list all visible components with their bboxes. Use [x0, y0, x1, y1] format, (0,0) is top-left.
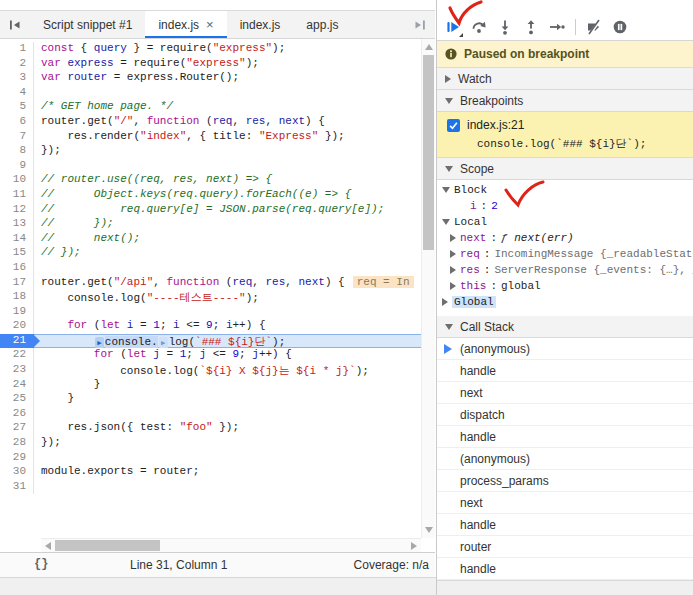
breakpoint-entry[interactable]: index.js:21 console.log(`### ${i}단`);	[437, 112, 693, 158]
line-number[interactable]: 26	[0, 407, 34, 422]
code-line-1[interactable]: 1const { query } = require("express");	[0, 42, 435, 57]
section-call-stack[interactable]: Call Stack	[437, 316, 693, 338]
inline-step-marker[interactable]: ▶	[95, 337, 104, 349]
code-line-22[interactable]: 22 for (let j = 1; j <= 9; j++) {	[0, 348, 435, 363]
resume-button[interactable]	[440, 15, 466, 39]
call-stack-frame-1[interactable]: handle	[437, 360, 693, 382]
line-number[interactable]: 15	[0, 246, 34, 261]
line-number[interactable]: 13	[0, 217, 34, 232]
call-stack-frame-6[interactable]: process_params	[437, 470, 693, 492]
scope-row-this[interactable]: this: global	[437, 278, 693, 294]
line-number[interactable]: 12	[0, 203, 34, 218]
scope-row-res[interactable]: res: ServerResponse {_events: {…}, _	[437, 262, 693, 278]
code-line-11[interactable]: 11// Object.keys(req.query).forEach((e) …	[0, 188, 435, 203]
call-stack-frame-2[interactable]: next	[437, 382, 693, 404]
code-line-13[interactable]: 13// });	[0, 217, 435, 232]
breakpoint-checkbox[interactable]	[447, 119, 460, 132]
scroll-up-arrow-icon[interactable]	[425, 44, 433, 50]
code-line-25[interactable]: 25 }	[0, 392, 435, 407]
chevron-down-icon[interactable]	[442, 219, 450, 225]
line-number[interactable]: 19	[0, 305, 34, 320]
step-out-button[interactable]	[518, 15, 544, 39]
line-number[interactable]: 28	[0, 436, 34, 451]
code-line-3[interactable]: 3var router = express.Router();	[0, 71, 435, 86]
scope-row-Global[interactable]: Global	[437, 294, 693, 310]
line-number[interactable]: 6	[0, 115, 34, 130]
line-number[interactable]: 11	[0, 188, 34, 203]
line-number[interactable]: 9	[0, 159, 34, 174]
line-number[interactable]: 24	[0, 378, 34, 393]
code-line-2[interactable]: 2var express = require("express");	[0, 57, 435, 72]
code-line-12[interactable]: 12// req.query[e] = JSON.parse(req.query…	[0, 203, 435, 218]
line-number[interactable]: 21	[0, 334, 34, 349]
line-number[interactable]: 30	[0, 465, 34, 480]
horizontal-scrollbar[interactable]	[41, 538, 421, 552]
line-number[interactable]: 27	[0, 421, 34, 436]
line-number[interactable]: 8	[0, 144, 34, 159]
code-line-27[interactable]: 27 res.json({ test: "foo" });	[0, 421, 435, 436]
tab-app-js-3[interactable]: app.js	[293, 11, 351, 38]
line-number[interactable]: 14	[0, 232, 34, 247]
code-line-23[interactable]: 23 console.log(`${i} X ${j}는 ${i * j}`);	[0, 363, 435, 378]
call-stack-frame-10[interactable]: handle	[437, 558, 693, 580]
chevron-right-icon[interactable]	[450, 234, 456, 242]
chevron-right-icon[interactable]	[442, 298, 448, 306]
line-number[interactable]: 29	[0, 451, 34, 466]
code-line-16[interactable]: 16	[0, 261, 435, 276]
call-stack-frame-7[interactable]: next	[437, 492, 693, 514]
code-line-9[interactable]: 9	[0, 159, 435, 174]
code-line-18[interactable]: 18 console.log("----테스트----");	[0, 290, 435, 305]
pause-on-exceptions-button[interactable]	[607, 15, 633, 39]
line-number[interactable]: 7	[0, 130, 34, 145]
step-button[interactable]	[544, 15, 570, 39]
code-line-19[interactable]: 19	[0, 305, 435, 320]
call-stack-frame-3[interactable]: dispatch	[437, 404, 693, 426]
code-line-10[interactable]: 10// router.use((req, res, next) => {	[0, 173, 435, 188]
line-number[interactable]: 5	[0, 100, 34, 115]
code-line-24[interactable]: 24 }	[0, 378, 435, 393]
code-line-31[interactable]: 31	[0, 480, 435, 495]
line-number[interactable]: 23	[0, 363, 34, 378]
call-stack-frame-5[interactable]: (anonymous)	[437, 448, 693, 470]
line-number[interactable]: 22	[0, 348, 34, 363]
call-stack-frame-8[interactable]: handle	[437, 514, 693, 536]
code-line-5[interactable]: 5/* GET home page. */	[0, 100, 435, 115]
chevron-right-icon[interactable]	[450, 250, 456, 258]
vertical-scrollbar[interactable]	[421, 39, 435, 538]
scope-row-Local[interactable]: Local	[437, 214, 693, 230]
line-number[interactable]: 31	[0, 480, 34, 495]
scroll-left-arrow-icon[interactable]	[45, 542, 51, 550]
section-scope[interactable]: Scope	[437, 158, 693, 180]
vertical-scroll-thumb[interactable]	[423, 55, 434, 250]
step-over-button[interactable]	[466, 15, 492, 39]
code-editor[interactable]: 1const { query } = require("express");2v…	[0, 39, 435, 538]
code-line-28[interactable]: 28});	[0, 436, 435, 451]
line-number[interactable]: 18	[0, 290, 34, 305]
line-number[interactable]: 3	[0, 71, 34, 86]
tab-index-js-2[interactable]: index.js	[227, 11, 294, 38]
line-number[interactable]: 17	[0, 276, 34, 291]
line-number[interactable]: 2	[0, 57, 34, 72]
tab-close-icon[interactable]: ×	[206, 18, 214, 31]
code-line-4[interactable]: 4	[0, 86, 435, 101]
chevron-down-icon[interactable]	[442, 187, 450, 193]
tab-script-snippet-1-0[interactable]: Script snippet #1	[30, 11, 145, 38]
code-line-21[interactable]: 21 ▶console.▶log(`### ${i}단`);	[0, 334, 435, 349]
inline-step-marker[interactable]: ▶	[159, 337, 168, 349]
code-line-6[interactable]: 6router.get("/", function (req, res, nex…	[0, 115, 435, 130]
code-line-8[interactable]: 8});	[0, 144, 435, 159]
step-into-button[interactable]	[492, 15, 518, 39]
toggle-navigator-button[interactable]	[0, 11, 30, 38]
section-watch[interactable]: Watch	[437, 68, 693, 90]
scope-row-req[interactable]: req: IncomingMessage {_readableState	[437, 246, 693, 262]
pretty-print-button[interactable]: {}	[34, 557, 48, 571]
more-tabs-button[interactable]	[405, 11, 435, 38]
code-line-26[interactable]: 26	[0, 407, 435, 422]
scope-row-next[interactable]: next: ƒ next(err)	[437, 230, 693, 246]
horizontal-scroll-thumb[interactable]	[55, 540, 160, 551]
code-line-14[interactable]: 14// next();	[0, 232, 435, 247]
code-line-20[interactable]: 20 for (let i = 1; i <= 9; i++) {	[0, 319, 435, 334]
code-line-29[interactable]: 29	[0, 451, 435, 466]
scope-row-i[interactable]: i: 2	[437, 198, 693, 214]
line-number[interactable]: 1	[0, 42, 34, 57]
